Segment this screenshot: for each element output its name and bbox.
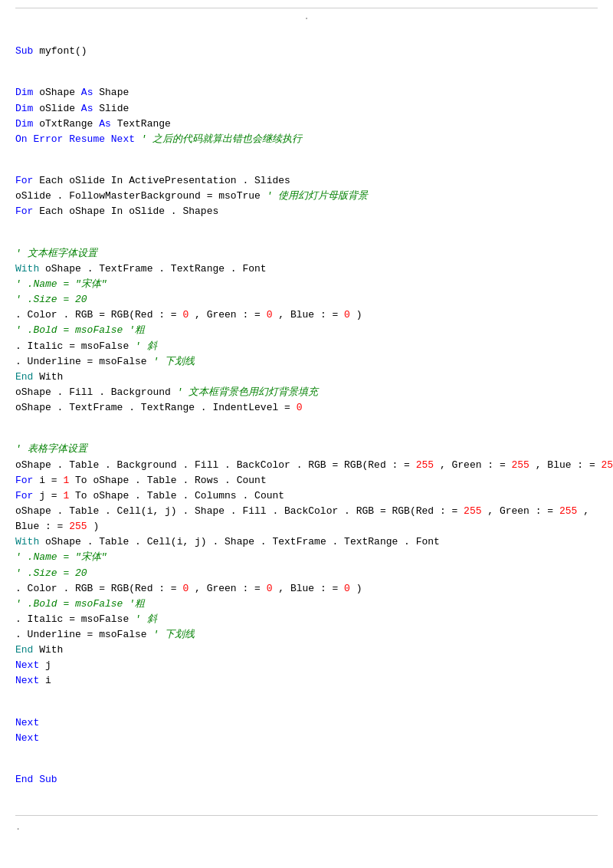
line-dim2: Dim oSlide As Slide	[15, 103, 129, 114]
line-indent: oShape . TextFrame . TextRange . IndentL…	[15, 402, 302, 413]
line-for-j: For j = 1 To oShape . Table . Columns . …	[15, 490, 284, 501]
line-bold-comment2: ' .Bold = msoFalse '粗	[15, 598, 145, 610]
top-separator: .	[15, 8, 598, 22]
line-bold-comment: ' .Bold = msoFalse '粗	[15, 324, 145, 336]
line-next-j: Next j	[15, 659, 51, 671]
line-underline1: . Underline = msoFalse ' 下划线	[15, 356, 195, 367]
line-endwith1: End With	[15, 371, 63, 383]
line-endsub: End Sub	[15, 774, 57, 785]
bottom-dot: .	[15, 822, 21, 833]
line-for-i: For i = 1 To oShape . Table . Rows . Cou…	[15, 475, 267, 486]
line-color1: . Color . RGB = RGB(Red : = 0 , Green : …	[15, 309, 362, 321]
line-sub: Sub myfont()	[15, 45, 87, 57]
line-cell-color: oShape . Table . Cell(i, j) . Shape . Fi…	[15, 505, 589, 517]
line-comment-textframe: ' 文本框字体设置	[15, 248, 97, 259]
line-dim3: Dim oTxtRange As TextRange	[15, 118, 171, 130]
line-name-comment: ' .Name = "宋体"	[15, 278, 107, 290]
code-page: . Sub myfont() Dim oShape As Shape Dim o…	[0, 0, 613, 868]
line-cell-color2: Blue : = 255 )	[15, 521, 99, 532]
line-size-comment: ' .Size = 20	[15, 294, 87, 305]
line-size-comment2: ' .Size = 20	[15, 567, 87, 579]
line-next2: Next	[15, 732, 39, 744]
bottom-separator: .	[15, 815, 598, 833]
line-dim1: Dim oShape As Shape	[15, 87, 129, 98]
line-onerror: On Error Resume Next ' 之后的代码就算出错也会继续执行	[15, 133, 302, 145]
line-color2: . Color . RGB = RGB(Red : = 0 , Green : …	[15, 583, 362, 594]
line-with1: With oShape . TextFrame . TextRange . Fo…	[15, 263, 267, 275]
line-next1: Next	[15, 717, 39, 728]
line-endwith2: End With	[15, 644, 63, 656]
line-comment-table: ' 表格字体设置	[15, 443, 87, 455]
top-dot: .	[303, 12, 309, 22]
line-name-comment2: ' .Name = "宋体"	[15, 551, 107, 563]
line-fill: oShape . Fill . Background ' 文本框背景色用幻灯背景…	[15, 386, 318, 398]
line-foreach2: For Each oShape In oSlide . Shapes	[15, 205, 218, 217]
line-follow: oSlide . FollowMasterBackground = msoTru…	[15, 190, 368, 202]
code-content: Sub myfont() Dim oShape As Shape Dim oSl…	[15, 28, 598, 803]
line-table-bg: oShape . Table . Background . Fill . Bac…	[15, 459, 613, 471]
line-italic2: . Italic = msoFalse ' 斜	[15, 613, 157, 625]
line-foreach1: For Each oSlide In ActivePresentation . …	[15, 175, 290, 186]
line-next-i: Next i	[15, 675, 51, 686]
line-italic1: . Italic = msoFalse ' 斜	[15, 340, 157, 352]
line-underline2: . Underline = msoFalse ' 下划线	[15, 629, 195, 640]
line-with2: With oShape . Table . Cell(i, j) . Shape…	[15, 536, 440, 547]
